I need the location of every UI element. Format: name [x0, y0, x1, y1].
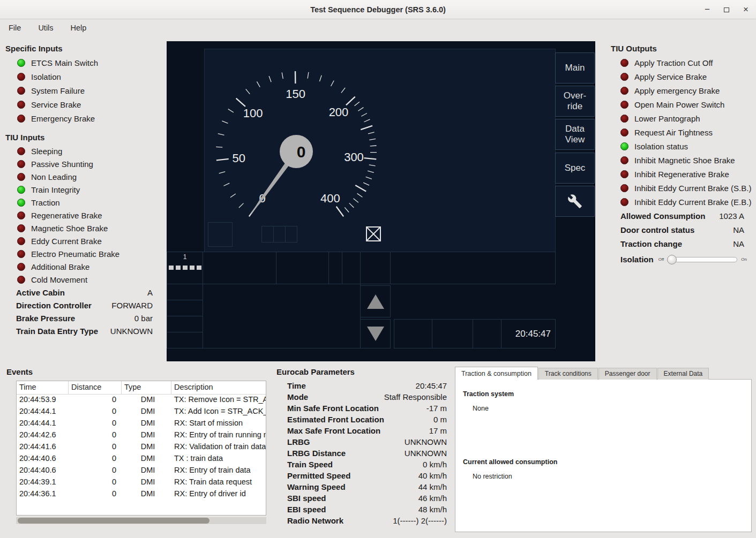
param-row: Radio Network 1(------) 2(------)	[287, 515, 447, 526]
tab-bar: Traction & consumption Track conditions …	[455, 367, 752, 380]
event-row[interactable]: 20:44:53.9 0 DMI TX: Remove Icon = STR_A…	[17, 395, 266, 406]
event-description: RX: Entry of train running n	[171, 430, 266, 442]
spec-button[interactable]: Spec	[555, 153, 595, 184]
led-indicator[interactable]	[17, 186, 25, 194]
event-row[interactable]: 20:44:41.6 0 DMI RX: Validation of train…	[17, 442, 266, 453]
led-indicator[interactable]	[17, 101, 25, 109]
events-horizontal-scrollbar[interactable]	[16, 517, 266, 524]
led-indicator[interactable]	[17, 115, 25, 123]
led-indicator[interactable]	[17, 211, 25, 219]
led-indicator	[620, 184, 628, 192]
isolation-slider-knob[interactable]	[667, 255, 677, 264]
tab[interactable]: Passenger door	[598, 368, 657, 380]
tiu-outputs-panel: TIU Outputs Apply Traction Cut Off Apply…	[611, 43, 752, 264]
led-indicator[interactable]	[17, 173, 25, 181]
led-indicator	[620, 101, 628, 109]
led-indicator[interactable]	[17, 263, 25, 271]
eurocab-title: Eurocab Parameters	[276, 367, 355, 376]
column-header-time[interactable]: Time	[17, 381, 69, 394]
led-label: Emergency Brake	[31, 114, 95, 123]
isolation-slider[interactable]	[668, 257, 737, 262]
led-indicator[interactable]	[17, 87, 25, 95]
tab-section: Current allowed consumption No restricti…	[463, 458, 744, 480]
led-label: Inhibit Eddy Current Brake (E.B.)	[634, 198, 751, 207]
led-indicator[interactable]	[17, 276, 25, 284]
scroll-up-button[interactable]	[360, 285, 391, 317]
tab[interactable]: Track conditions	[538, 368, 598, 380]
event-row[interactable]: 20:44:40.6 0 DMI RX: Entry of train data	[17, 465, 266, 477]
event-time: 20:44:42.6	[17, 430, 69, 442]
event-row[interactable]: 20:44:42.6 0 DMI RX: Entry of train runn…	[17, 430, 266, 442]
led-indicator[interactable]	[17, 147, 25, 155]
title-bar: Test Sequence Debugger (SRS 3.6.0) − ×	[0, 0, 756, 19]
event-row[interactable]: 20:44:39.1 0 DMI RX: Train data request	[17, 477, 266, 489]
output-led-row: Open Main Power Switch	[611, 97, 752, 111]
led-indicator[interactable]	[17, 199, 25, 207]
tab[interactable]: External Data	[657, 368, 709, 380]
led-label: Isolation	[31, 72, 61, 81]
menu-file[interactable]: File	[8, 22, 22, 33]
dmi-cell	[394, 319, 432, 348]
main-button[interactable]: Main	[555, 52, 595, 84]
tab-section-value: None	[473, 405, 744, 412]
led-indicator[interactable]	[17, 59, 25, 67]
dmi-display: 0501001502003004000 1 20:45:47 Main Ov	[167, 41, 595, 361]
data-view-button[interactable]: Data View	[555, 119, 595, 150]
led-indicator[interactable]	[17, 73, 25, 81]
column-header-type[interactable]: Type	[122, 381, 171, 394]
column-header-description[interactable]: Description	[171, 381, 266, 394]
scroll-down-button[interactable]	[360, 319, 391, 348]
event-row[interactable]: 20:44:36.1 0 DMI RX: Entry of driver id	[17, 489, 266, 501]
param-label: Time	[287, 381, 306, 390]
param-value: 1(------) 2(------)	[393, 516, 447, 525]
input-led-row: System Failure	[5, 84, 163, 97]
events-title: Events	[6, 367, 33, 376]
event-time: 20:44:39.1	[17, 477, 69, 489]
led-indicator[interactable]	[17, 160, 25, 168]
param-label: Radio Network	[287, 516, 343, 525]
settings-button[interactable]	[555, 186, 595, 217]
dmi-cell	[167, 300, 203, 316]
led-indicator[interactable]	[17, 250, 25, 258]
down-arrow-icon	[367, 327, 384, 341]
tab-section-value: No restriction	[473, 473, 744, 480]
override-button[interactable]: Over-ride	[555, 86, 595, 117]
scrollbar-thumb[interactable]	[18, 518, 209, 524]
led-indicator[interactable]	[17, 224, 25, 232]
event-type: DMI	[122, 477, 171, 489]
tab[interactable]: Traction & consumption	[455, 367, 538, 380]
param-label: Warning Speed	[287, 482, 346, 491]
input-led-row: Traction	[5, 196, 163, 209]
field-value: 0 bar	[134, 314, 153, 323]
maximize-button[interactable]	[721, 4, 732, 16]
dmi-cell	[208, 222, 233, 247]
event-description: TX: Add Icon = STR_ACK_S	[171, 406, 266, 418]
event-distance: 0	[69, 453, 122, 465]
param-row: LRBG UNKNOWN	[287, 436, 447, 448]
event-row[interactable]: 20:44:44.1 0 DMI RX: Start of mission	[17, 418, 266, 430]
specific-inputs-title: Specific Inputs	[5, 43, 163, 56]
column-header-distance[interactable]: Distance	[69, 381, 122, 394]
up-arrow-icon	[367, 294, 384, 309]
menu-help[interactable]: Help	[70, 22, 88, 33]
close-button[interactable]: ×	[740, 4, 752, 16]
menu-utils[interactable]: Utils	[37, 22, 54, 33]
field-value: UNKNOWN	[110, 327, 153, 336]
dmi-clock-cell: 20:45:47	[501, 319, 556, 348]
led-indicator	[620, 198, 628, 206]
event-row[interactable]: 20:44:44.1 0 DMI TX: Add Icon = STR_ACK_…	[17, 406, 266, 418]
field-row: Brake Pressure 0 bar	[5, 312, 163, 324]
field-row: Door control status NA	[611, 223, 752, 237]
param-value: 17 m	[429, 426, 447, 435]
param-label: Max Safe Front Location	[287, 426, 380, 435]
led-indicator[interactable]	[17, 237, 25, 245]
minimize-button[interactable]: −	[701, 4, 713, 16]
event-row[interactable]: 20:44:40.6 0 DMI TX : train data	[17, 453, 266, 465]
input-led-row: Sleeping	[5, 145, 163, 157]
field-row: Active Cabin A	[5, 286, 163, 299]
event-type: DMI	[122, 430, 171, 442]
output-led-row: Lower Pantograph	[611, 111, 752, 125]
output-led-row: Apply emergency Brake	[611, 84, 752, 97]
param-row: Min Safe Front Location -17 m	[287, 403, 447, 414]
led-label: Inhibit Magnetic Shoe Brake	[634, 156, 735, 165]
